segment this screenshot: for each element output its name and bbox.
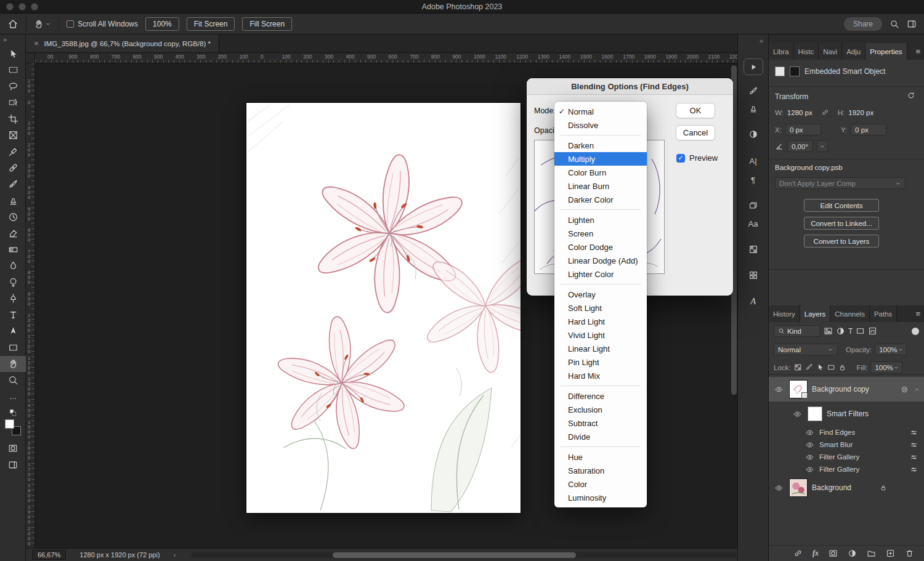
panel-tab-histc[interactable]: Histc	[794, 43, 819, 60]
rotation-dropdown-icon[interactable]	[817, 140, 828, 152]
blend-mode-option-vivid-light[interactable]: Vivid Light	[554, 328, 647, 342]
layer-row-find-edges[interactable]: Find Edges	[769, 426, 924, 438]
adjustments-panel-icon[interactable]	[746, 127, 761, 141]
lock-all-icon[interactable]	[838, 363, 846, 371]
blend-mode-option-darken[interactable]: Darken	[554, 139, 647, 152]
blur-tool[interactable]	[0, 258, 26, 275]
layers-tab-layers[interactable]: Layers	[800, 305, 831, 322]
layer-comps-panel-icon[interactable]	[746, 198, 761, 212]
filter-blending-options-icon[interactable]	[910, 441, 918, 449]
panels-expand-icon[interactable]: «	[760, 37, 763, 44]
lasso-tool[interactable]	[0, 78, 26, 95]
rectangle-tool[interactable]	[0, 339, 26, 356]
opacity-select[interactable]: 100%	[875, 344, 907, 355]
horizontal-scrollbar[interactable]	[191, 552, 737, 558]
horizontal-ruler[interactable]: 0090080070060050040030020010001002003004…	[35, 53, 737, 63]
filter-mask-thumbnail[interactable]	[808, 406, 822, 421]
status-zoom-field[interactable]: 66,67%	[32, 550, 66, 560]
paragraph-panel-icon[interactable]: ¶	[746, 173, 761, 187]
y-position-field[interactable]: 0 px	[851, 124, 886, 135]
filter-blending-options-icon[interactable]	[910, 453, 918, 461]
rect-marquee-tool[interactable]	[0, 62, 26, 79]
brushes-panel-icon[interactable]	[746, 84, 761, 98]
shape-layer-filter-icon[interactable]	[856, 326, 865, 336]
layer-row-background[interactable]: Background	[769, 475, 924, 500]
rotation-field[interactable]: 0,00°	[787, 140, 813, 152]
panel-tab-adju[interactable]: Adju	[842, 43, 865, 60]
panel-tab-properties[interactable]: Properties	[865, 43, 907, 60]
adjustment-layer-filter-icon[interactable]	[836, 326, 845, 336]
panel-tab-navi[interactable]: Navi	[819, 43, 842, 60]
swatches-panel-icon[interactable]	[746, 268, 761, 282]
blend-mode-option-hard-light[interactable]: Hard Light	[554, 315, 647, 328]
blend-mode-option-difference[interactable]: Difference	[554, 389, 647, 403]
blend-mode-option-hard-mix[interactable]: Hard Mix	[554, 369, 647, 382]
blend-mode-option-linear-burn[interactable]: Linear Burn	[554, 179, 647, 193]
workspace-switcher-icon[interactable]	[907, 19, 917, 29]
adjustment-layer-icon[interactable]	[848, 549, 857, 558]
blend-mode-option-subtract[interactable]: Subtract	[554, 416, 647, 430]
filter-blending-options-icon[interactable]	[910, 466, 918, 474]
character-panel-icon[interactable]: A|	[746, 154, 761, 167]
actions-panel-icon[interactable]	[744, 59, 763, 75]
fill-screen-button[interactable]: Fill Screen	[242, 17, 292, 31]
edit-toolbar-icon[interactable]: …	[0, 389, 26, 405]
dodge-tool[interactable]	[0, 274, 26, 291]
clone-source-panel-icon[interactable]	[746, 102, 761, 115]
canvas[interactable]	[246, 103, 521, 513]
layer-row-smart-filters[interactable]: Smart Filters	[769, 402, 924, 426]
properties-panel-menu-icon[interactable]: ≡	[915, 47, 920, 56]
layer-visibility-icon[interactable]	[772, 385, 785, 394]
layer-thumbnail[interactable]	[789, 380, 808, 398]
blend-mode-option-saturation[interactable]: Saturation	[554, 464, 647, 477]
layer-visibility-icon[interactable]	[772, 484, 785, 492]
window-minimize-button[interactable]	[18, 3, 26, 10]
lock-pixels-icon[interactable]	[805, 363, 813, 371]
blend-mode-option-dissolve[interactable]: Dissolve	[554, 118, 647, 132]
checkbox-box[interactable]	[67, 20, 74, 28]
blend-mode-option-multiply[interactable]: Multiply	[554, 152, 647, 166]
zoom-tool[interactable]	[0, 372, 26, 389]
delete-layer-icon[interactable]	[905, 549, 914, 558]
scroll-all-windows-checkbox[interactable]: Scroll All Windows	[67, 20, 138, 28]
patterns-panel-icon[interactable]	[746, 243, 761, 256]
lock-transparency-icon[interactable]	[794, 363, 802, 371]
zoom-100-button[interactable]: 100%	[145, 17, 179, 31]
filter-blending-options-icon[interactable]	[910, 429, 918, 437]
brush-tool[interactable]	[0, 176, 26, 193]
new-layer-icon[interactable]	[886, 549, 895, 558]
path-selection-tool[interactable]	[0, 323, 26, 340]
layers-tab-paths[interactable]: Paths	[870, 305, 897, 322]
layer-visibility-icon[interactable]	[803, 441, 816, 449]
blend-mode-option-darker-color[interactable]: Darker Color	[554, 193, 647, 206]
kind-filter-select[interactable]: Kind	[774, 325, 821, 337]
default-colors-icon[interactable]	[0, 405, 25, 417]
blend-mode-option-color-dodge[interactable]: Color Dodge	[554, 240, 647, 254]
edit-contents-button[interactable]: Edit Contents	[804, 199, 879, 212]
preview-checkbox[interactable]: ✓ Preview	[676, 153, 718, 163]
add-mask-icon[interactable]	[829, 549, 838, 558]
home-icon[interactable]	[7, 18, 18, 30]
height-value[interactable]: 1920 px	[848, 109, 873, 116]
close-tab-icon[interactable]: ×	[34, 39, 39, 48]
lock-position-icon[interactable]	[816, 363, 824, 371]
blend-mode-option-lighten[interactable]: Lighten	[554, 213, 647, 227]
layer-visibility-icon[interactable]	[791, 410, 803, 418]
link-layers-icon[interactable]	[793, 549, 803, 558]
blend-mode-option-luminosity[interactable]: Luminosity	[554, 491, 647, 504]
layer-visibility-icon[interactable]	[803, 429, 816, 437]
hand-tool-preset-icon[interactable]	[34, 19, 51, 29]
link-dimensions-icon[interactable]	[821, 108, 829, 116]
blend-mode-option-lighter-color[interactable]: Lighter Color	[554, 267, 647, 281]
layers-panel-menu-icon[interactable]: ≡	[915, 309, 920, 318]
pen-tool[interactable]	[0, 291, 26, 307]
blend-mode-option-linear-dodge-add-[interactable]: Linear Dodge (Add)	[554, 254, 647, 267]
new-group-icon[interactable]	[867, 549, 876, 558]
type-layer-filter-icon[interactable]: T	[848, 327, 853, 336]
layer-visibility-icon[interactable]	[803, 466, 816, 474]
window-zoom-button[interactable]	[31, 3, 38, 10]
window-close-button[interactable]	[6, 3, 14, 10]
blend-mode-option-overlay[interactable]: Overlay	[554, 288, 647, 301]
frame-tool[interactable]	[0, 127, 26, 144]
type-tool[interactable]	[0, 307, 26, 323]
